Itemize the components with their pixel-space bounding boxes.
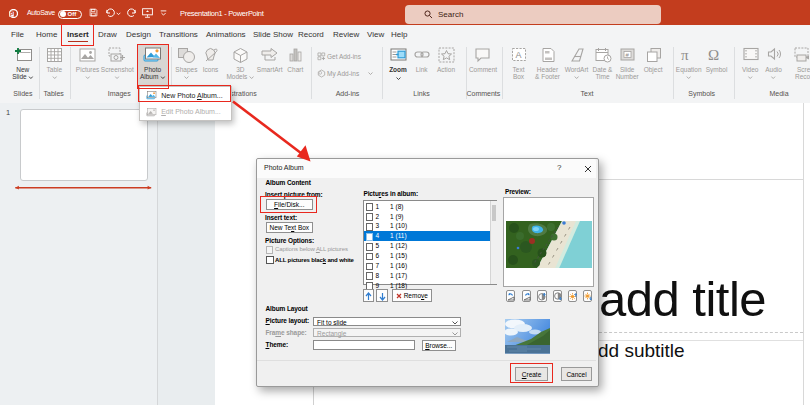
svg-text:A: A bbox=[516, 50, 522, 60]
